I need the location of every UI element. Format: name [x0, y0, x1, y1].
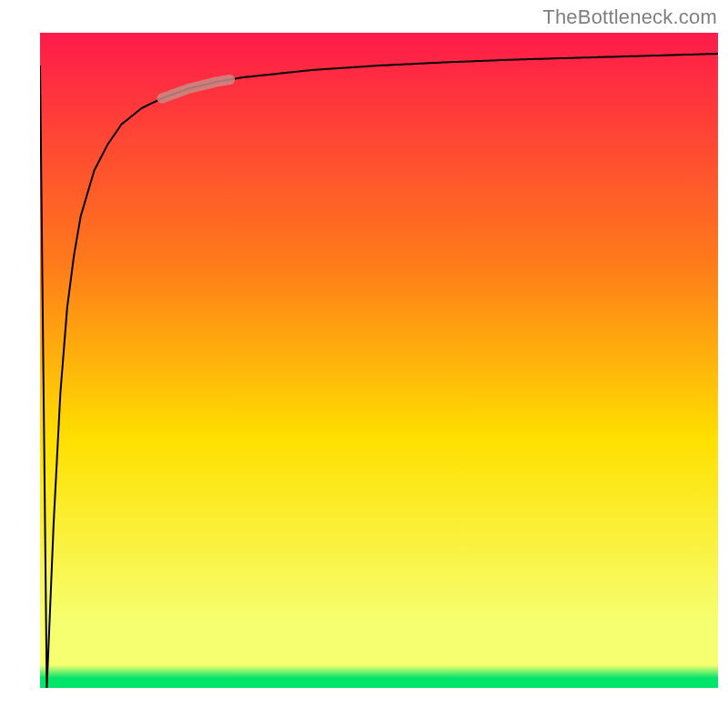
bottleneck-chart	[40, 33, 718, 688]
attribution-label: TheBottleneck.com	[542, 5, 717, 29]
gradient-background	[40, 33, 718, 688]
plot-area	[40, 33, 718, 688]
chart-stage: TheBottleneck.com	[0, 0, 728, 728]
